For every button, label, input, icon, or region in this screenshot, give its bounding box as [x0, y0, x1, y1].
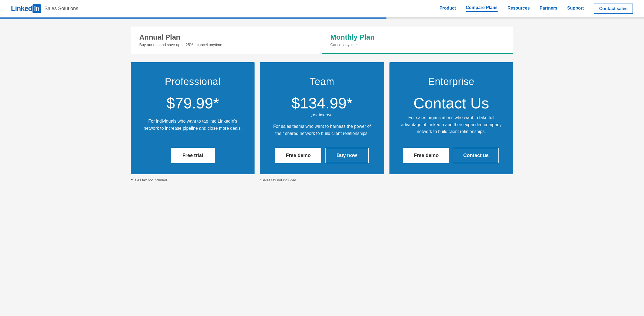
professional-price: $79.99* [166, 96, 219, 111]
annual-plan-title: Annual Plan [139, 33, 314, 42]
annual-plan-tab[interactable]: Annual Plan Buy annual and save up to 25… [131, 27, 322, 54]
linkedin-logo: Linked in [11, 4, 41, 13]
professional-footnote: *Sales tax not included [131, 178, 255, 182]
professional-description: For individuals who want to tap into Lin… [142, 113, 244, 137]
professional-card: Professional $79.99* For individuals who… [131, 62, 255, 174]
contact-sales-button[interactable]: Contact sales [594, 4, 633, 14]
nav-support[interactable]: Support [567, 6, 584, 12]
monthly-plan-tab[interactable]: Monthly Plan Cancel anytime [322, 27, 513, 54]
professional-free-trial-button[interactable]: Free trial [171, 148, 215, 163]
team-buttons: Free demo Buy now [275, 148, 368, 163]
main-nav: Product Compare Plans Resources Partners… [439, 4, 633, 14]
enterprise-buttons: Free demo Contact us [403, 148, 499, 163]
nav-product[interactable]: Product [439, 6, 456, 12]
header-left: Linked in Sales Solutions [11, 4, 78, 13]
main-content: Annual Plan Buy annual and save up to 25… [120, 19, 524, 190]
enterprise-free-demo-button[interactable]: Free demo [403, 148, 449, 163]
enterprise-footnote [389, 178, 513, 182]
team-free-demo-button[interactable]: Free demo [275, 148, 321, 163]
team-price: $134.99* [291, 96, 353, 111]
plan-toggle: Annual Plan Buy annual and save up to 25… [131, 27, 513, 54]
team-price-note: per license [311, 113, 332, 117]
footnotes: *Sales tax not included *Sales tax not i… [131, 178, 513, 182]
enterprise-contact-us-button[interactable]: Contact us [453, 148, 499, 163]
team-footnote: *Sales tax not included [260, 178, 384, 182]
team-card: Team $134.99* per license For sales team… [260, 62, 384, 174]
nav-compare-plans[interactable]: Compare Plans [466, 5, 497, 12]
pricing-cards: Professional $79.99* For individuals who… [131, 62, 513, 174]
brand-subtitle: Sales Solutions [45, 6, 78, 11]
nav-partners[interactable]: Partners [540, 6, 557, 12]
team-title: Team [310, 76, 334, 87]
enterprise-price: Contact Us [413, 96, 489, 111]
enterprise-title: Enterprise [428, 76, 474, 87]
professional-buttons: Free trial [171, 148, 215, 163]
header: Linked in Sales Solutions Product Compar… [0, 0, 644, 17]
nav-resources[interactable]: Resources [507, 6, 530, 12]
monthly-plan-title: Monthly Plan [330, 33, 505, 42]
logo-in-box: in [33, 4, 41, 13]
annual-plan-subtitle: Buy annual and save up to 25% - cancel a… [139, 43, 314, 47]
logo-linked-text: Linked [11, 4, 32, 13]
team-buy-now-button[interactable]: Buy now [325, 148, 369, 163]
enterprise-description: For sales organizations who want to take… [400, 113, 502, 137]
monthly-plan-subtitle: Cancel anytime [330, 43, 505, 47]
enterprise-card: Enterprise Contact Us For sales organiza… [389, 62, 513, 174]
professional-title: Professional [165, 76, 221, 87]
team-description: For sales teams who want to harness the … [271, 123, 373, 137]
